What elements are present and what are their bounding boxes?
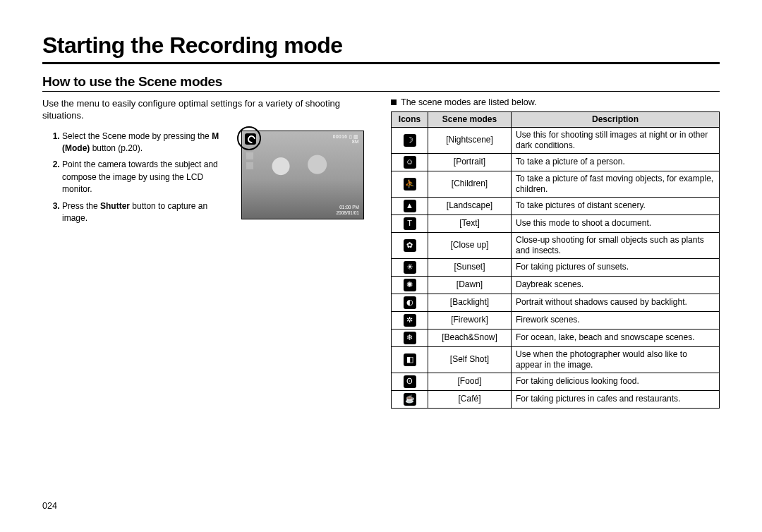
step-1c: button (p.20). [90, 143, 143, 153]
scene-icon-cell: ◧ [392, 346, 428, 373]
scene-name-cell: [Portrait] [428, 153, 512, 171]
scene-icon-cell: ❄ [392, 329, 428, 346]
scene-name-cell: [Landscape] [428, 197, 512, 214]
page-number: 024 [42, 501, 57, 511]
section-subtitle: How to use the Scene modes [42, 74, 720, 92]
scene-icon: ◧ [404, 353, 416, 366]
scene-icon: ✲ [404, 314, 416, 327]
scene-name-cell: [Sunset] [428, 258, 512, 276]
scene-icon: ☽ [404, 134, 416, 147]
scene-icon: ʘ [404, 375, 416, 388]
scene-icon-cell: ◐ [392, 294, 428, 311]
step-3b: Shutter [100, 201, 130, 211]
scene-desc-cell: Portrait without shadows caused by backl… [512, 294, 720, 311]
manual-page: Starting the Recording mode How to use t… [0, 0, 762, 532]
scene-icon-cell: ʘ [392, 373, 428, 390]
scene-icon-cell: ☕ [392, 390, 428, 408]
scene-name-cell: [Children] [428, 171, 512, 197]
th-desc: Description [512, 111, 720, 127]
scene-name-cell: [Food] [428, 373, 512, 390]
scene-icon-cell: ☽ [392, 127, 428, 153]
table-row: ☀[Sunset]For taking pictures of sunsets. [392, 258, 720, 276]
th-modes: Scene modes [428, 111, 512, 127]
scene-name-cell: [Close up] [428, 232, 512, 258]
scene-desc-cell: To take pictures of distant scenery. [512, 197, 720, 214]
scene-icon: ✿ [404, 239, 416, 252]
scene-name-cell: [Café] [428, 390, 512, 408]
scene-name-cell: [Self Shot] [428, 346, 512, 373]
title-rule [42, 62, 720, 64]
lcd-osd-bottom: 01:00 PM 2008/01/01 [336, 205, 359, 216]
two-column-layout: Use the menu to easily configure optimal… [42, 97, 720, 409]
scene-name-cell: [Text] [428, 214, 512, 232]
lcd-side-icons [246, 152, 255, 172]
step-2: Point the camera towards the subject and… [62, 159, 233, 195]
right-column: The scene modes are listed below. Icons … [391, 97, 720, 409]
table-row: ⛹[Children]To take a picture of fast mov… [392, 171, 720, 197]
scene-desc-cell: Use when the photographer would also lik… [512, 346, 720, 373]
step-1a: Select the Scene mode by pressing the [62, 131, 212, 141]
page-title: Starting the Recording mode [42, 34, 720, 58]
th-icons: Icons [392, 111, 428, 127]
table-row: ◧[Self Shot]Use when the photographer wo… [392, 346, 720, 373]
scene-desc-cell: For taking delicious looking food. [512, 373, 720, 390]
scene-icon: ☀ [404, 261, 416, 274]
left-body: Select the Scene mode by pressing the M … [42, 131, 371, 229]
scene-name-cell: [Firework] [428, 311, 512, 329]
scene-desc-cell: Daybreak scenes. [512, 276, 720, 294]
scene-icon: T [404, 217, 416, 230]
step-3: Press the Shutter button to capture an i… [62, 200, 233, 225]
scene-desc-cell: For ocean, lake, beach and snowscape sce… [512, 329, 720, 346]
scene-modes-table: Icons Scene modes Description ☽[Nightsce… [391, 111, 720, 409]
scene-name-cell: [Dawn] [428, 276, 512, 294]
scene-icon-cell: T [392, 214, 428, 232]
scene-icon: ▲ [404, 200, 416, 212]
table-row: ✲[Firework]Firework scenes. [392, 311, 720, 329]
scene-desc-cell: For taking pictures in cafes and restaur… [512, 390, 720, 408]
scene-icon: ❄ [404, 332, 416, 344]
table-row: T[Text]Use this mode to shoot a document… [392, 214, 720, 232]
table-row: ❄[Beach&Snow]For ocean, lake, beach and … [392, 329, 720, 346]
table-row: ◐[Backlight]Portrait without shadows cau… [392, 294, 720, 311]
scene-desc-cell: For taking pictures of sunsets. [512, 258, 720, 276]
scene-icon-cell: ✲ [392, 311, 428, 329]
scene-name-cell: [Backlight] [428, 294, 512, 311]
scene-icon: ✺ [404, 279, 416, 291]
scene-desc-cell: Use this mode to shoot a document. [512, 214, 720, 232]
scene-name-cell: [Nightscene] [428, 127, 512, 153]
scene-desc-cell: Use this for shooting still images at ni… [512, 127, 720, 153]
scene-desc-cell: To take a picture of fast moving objects… [512, 171, 720, 197]
table-row: ☽[Nightscene]Use this for shooting still… [392, 127, 720, 153]
step-3a: Press the [62, 201, 100, 211]
scene-icon: ⛹ [404, 178, 416, 191]
table-row: ✿[Close up]Close-up shooting for small o… [392, 232, 720, 258]
lcd-time: 01:00 PM [336, 205, 359, 210]
bullet-square-icon [391, 99, 397, 105]
step-list: Select the Scene mode by pressing the M … [42, 131, 233, 229]
table-row: ʘ[Food]For taking delicious looking food… [392, 373, 720, 390]
scene-icon-cell: ☺ [392, 153, 428, 171]
scene-icon-cell: ✺ [392, 276, 428, 294]
step-1: Select the Scene mode by pressing the M … [62, 131, 233, 155]
scene-name-cell: [Beach&Snow] [428, 329, 512, 346]
scene-icon: ◐ [404, 296, 416, 309]
scene-icon-cell: ▲ [392, 197, 428, 214]
scene-icon-cell: ✿ [392, 232, 428, 258]
scene-icon: ☕ [404, 393, 416, 406]
scene-icon-cell: ☀ [392, 258, 428, 276]
scene-desc-cell: To take a picture of a person. [512, 153, 720, 171]
scene-lead: The scene modes are listed below. [391, 97, 720, 107]
scene-desc-cell: Close-up shooting for small objects such… [512, 232, 720, 258]
scene-lead-text: The scene modes are listed below. [401, 97, 536, 107]
lcd-date: 2008/01/01 [336, 210, 359, 216]
table-row: ✺[Dawn]Daybreak scenes. [392, 276, 720, 294]
mode-highlight-circle [237, 126, 261, 150]
scene-icon-cell: ⛹ [392, 171, 428, 197]
intro-text: Use the menu to easily configure optimal… [42, 97, 371, 122]
table-row: ▲[Landscape]To take pictures of distant … [392, 197, 720, 214]
left-column: Use the menu to easily configure optimal… [42, 97, 371, 409]
lcd-osd-top: 00016 ▯ ▥ 8M [333, 134, 359, 145]
lcd-illustration-wrap: 00016 ▯ ▥ 8M 01:00 PM 2008/01/01 [241, 131, 364, 219]
scene-desc-cell: Firework scenes. [512, 311, 720, 329]
lcd-resolution: 8M [333, 139, 359, 145]
